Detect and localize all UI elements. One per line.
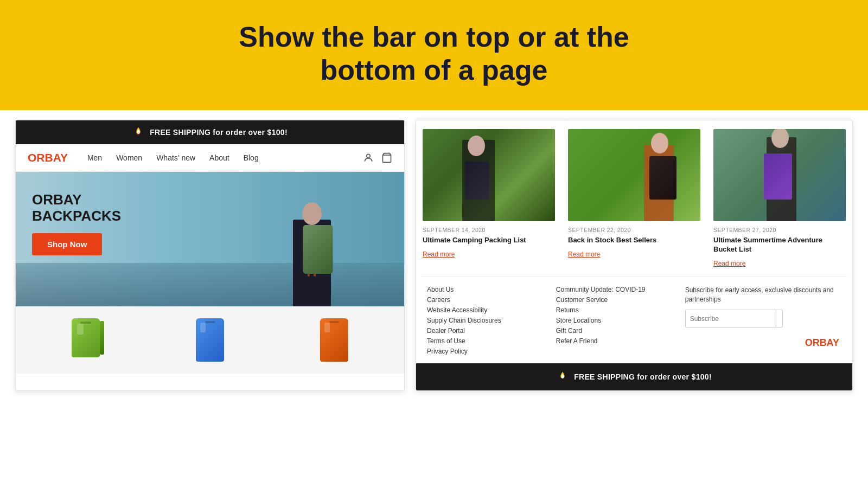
hero-content: ORBAY BACKPACKS Shop Now xyxy=(16,172,404,275)
subscribe-input[interactable] xyxy=(686,310,776,327)
blog-date-2: SEPTEMBER 22, 2020 xyxy=(568,227,700,233)
footer-link-giftcard[interactable]: Gift Card xyxy=(556,327,676,335)
blog-cards-row: SEPTEMBER 14, 2020 Ultimate Camping Pack… xyxy=(416,120,852,277)
blog-img-1 xyxy=(423,129,555,221)
bottom-notification-message: FREE SHIPPING for order over $100! xyxy=(574,373,712,381)
footer-link-returns[interactable]: Returns xyxy=(556,306,676,314)
footer-link-supply[interactable]: Supply Chain Disclosures xyxy=(427,317,547,324)
blog-date-1: SEPTEMBER 14, 2020 xyxy=(423,227,555,233)
left-mockup-panel: FREE SHIPPING for order over $100! ORBAY… xyxy=(15,120,405,391)
bottom-flame-icon xyxy=(557,371,569,383)
read-more-3[interactable]: Read more xyxy=(713,260,745,267)
read-more-1[interactable]: Read more xyxy=(423,251,455,258)
footer-links-area: About Us Careers Website Accessibility S… xyxy=(416,277,852,363)
bottom-notification-bar: FREE SHIPPING for order over $100! xyxy=(416,363,852,390)
read-more-2[interactable]: Read more xyxy=(568,251,600,258)
nav-links: Men Women Whats' new About Blog xyxy=(87,153,363,162)
nav-whatsnew[interactable]: Whats' new xyxy=(156,153,195,162)
subscribe-area: Subscribe for early access, exclusive di… xyxy=(681,286,846,358)
blog-date-3: SEPTEMBER 27, 2020 xyxy=(713,227,846,233)
blog-img-2 xyxy=(568,129,700,221)
right-panel: SEPTEMBER 14, 2020 Ultimate Camping Pack… xyxy=(416,120,853,391)
footer-link-service[interactable]: Customer Service xyxy=(556,296,676,304)
product-thumb-2[interactable] xyxy=(151,316,270,364)
blog-title-3: Ultimate Summertime Adventure Bucket Lis… xyxy=(713,236,846,254)
nav-blog[interactable]: Blog xyxy=(244,153,259,162)
subscribe-button[interactable]: → xyxy=(776,310,783,327)
main-headline: Show the bar on top or at the bottom of … xyxy=(11,21,857,87)
blog-img-3 xyxy=(713,129,846,221)
flame-icon xyxy=(132,126,144,138)
nav-icons-group xyxy=(363,152,392,163)
subscribe-text: Subscribe for early access, exclusive di… xyxy=(685,286,841,305)
footer-link-refer[interactable]: Refer A Friend xyxy=(556,337,676,345)
svg-point-0 xyxy=(367,154,371,158)
blog-card-3: SEPTEMBER 27, 2020 Ultimate Summertime A… xyxy=(707,125,852,272)
nav-about[interactable]: About xyxy=(209,153,229,162)
subscribe-input-wrap: → xyxy=(685,310,783,328)
notification-message: FREE SHIPPING for order over $100! xyxy=(150,128,288,137)
footer-link-dealer[interactable]: Dealer Portal xyxy=(427,327,547,335)
blog-card-1: SEPTEMBER 14, 2020 Ultimate Camping Pack… xyxy=(416,125,561,272)
blog-title-1: Ultimate Camping Packing List xyxy=(423,236,555,245)
footer-link-terms[interactable]: Terms of Use xyxy=(427,337,547,345)
footer-link-stores[interactable]: Store Locations xyxy=(556,317,676,324)
footer-link-accessibility[interactable]: Website Accessibility xyxy=(427,306,547,314)
top-banner: Show the bar on top or at the bottom of … xyxy=(0,0,868,110)
product-thumb-1[interactable] xyxy=(27,316,145,364)
blog-title-2: Back in Stock Best Sellers xyxy=(568,236,700,245)
navbar: ORBAY Men Women Whats' new About Blog xyxy=(16,144,404,172)
cart-icon[interactable] xyxy=(381,152,392,163)
nav-logo[interactable]: ORBAY xyxy=(28,151,68,164)
main-content: FREE SHIPPING for order over $100! ORBAY… xyxy=(0,110,868,391)
footer-col-2: Community Update: COVID-19 Customer Serv… xyxy=(552,286,681,358)
hero-section: ORBAY BACKPACKS Shop Now xyxy=(16,172,404,306)
hero-title: ORBAY BACKPACKS xyxy=(32,191,388,224)
footer-logo: ORBAY xyxy=(685,337,841,349)
nav-men[interactable]: Men xyxy=(87,153,102,162)
footer-link-privacy[interactable]: Privacy Policy xyxy=(427,348,547,355)
shop-now-button[interactable]: Shop Now xyxy=(32,233,102,255)
product-thumb-3[interactable] xyxy=(275,316,393,364)
footer-col-1: About Us Careers Website Accessibility S… xyxy=(423,286,552,358)
blog-card-2: SEPTEMBER 22, 2020 Back in Stock Best Se… xyxy=(561,125,707,272)
footer-link-covid[interactable]: Community Update: COVID-19 xyxy=(556,286,676,293)
footer-link-about-us[interactable]: About Us xyxy=(427,286,547,293)
user-icon[interactable] xyxy=(363,152,374,163)
footer-link-careers[interactable]: Careers xyxy=(427,296,547,304)
top-notification-bar: FREE SHIPPING for order over $100! xyxy=(16,120,404,144)
product-thumbs-row xyxy=(16,306,404,374)
nav-women[interactable]: Women xyxy=(116,153,142,162)
